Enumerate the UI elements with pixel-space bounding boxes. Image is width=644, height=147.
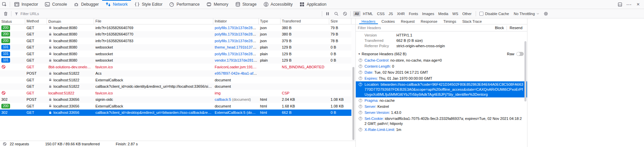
split-console-button[interactable]	[615, 2, 625, 7]
table-row[interactable]: 302POSTlocalhost:33656signin-oidccallbac…	[0, 96, 355, 103]
request-blocking-button[interactable]	[341, 10, 349, 18]
help-icon[interactable]	[358, 111, 362, 115]
initiator-link[interactable]: polyfills.1791b137de281b787…	[215, 52, 259, 56]
meatball-menu-button[interactable]: ⋯	[625, 1, 634, 8]
initiator-link[interactable]: polyfills.1791b137de281b787…	[215, 39, 259, 43]
detail-tab-cookies[interactable]: Cookies	[379, 18, 398, 24]
table-row[interactable]: 101GETlocalhost:8080websocketpolyfills.1…	[0, 51, 355, 57]
column-header-method[interactable]: Method	[25, 18, 47, 24]
close-devtools-button[interactable]: ✕	[634, 2, 643, 7]
tab-memory[interactable]: Memory	[203, 0, 231, 9]
response-header-row[interactable]: Cache-Control: no-store, no-cache, max-a…	[356, 57, 527, 63]
table-row[interactable]: GETlocalhost:51822ExternalCallbackdocume…	[0, 77, 355, 83]
help-icon[interactable]	[358, 98, 362, 102]
type-filter-xhr[interactable]: XHR	[395, 11, 406, 16]
tab-console[interactable]: Console	[41, 0, 70, 9]
response-header-row[interactable]: Pragma: no-cache	[356, 97, 527, 103]
tab-network[interactable]: Network	[102, 0, 131, 9]
help-icon[interactable]	[358, 82, 362, 86]
initiator-link[interactable]: FaviconLoader.jsm:191	[215, 65, 257, 69]
help-icon[interactable]	[358, 76, 362, 80]
response-header-row[interactable]: Set-Cookie: idsrv=adf6cba1-7075-402b-9ec…	[356, 116, 527, 127]
table-row[interactable]: 200GETlocalhost:33656ExternalCallbackdoc…	[0, 103, 355, 109]
filter-urls-input[interactable]: Filter URLs	[12, 10, 321, 18]
trash-icon	[3, 11, 8, 16]
column-header-initiator[interactable]: Initiator	[213, 18, 259, 24]
initiator-link[interactable]: e957f897-042e-4ba1-aff1-…	[215, 71, 259, 75]
column-header-file[interactable]: File	[94, 18, 213, 24]
resend-button[interactable]: Resend	[507, 26, 525, 30]
throttling-dropdown[interactable]: No Throttling	[511, 12, 542, 16]
table-row[interactable]: GET8bit-solutions-dev.onelogin…favicon.i…	[0, 64, 355, 70]
detail-tab-request[interactable]: Request	[398, 18, 418, 24]
tab-inspector[interactable]: Inspector	[11, 0, 41, 9]
table-row[interactable]: GETlocalhost:51822favicon.icoimgCSP	[0, 90, 355, 96]
response-header-row[interactable]: Server-Version: 1.43.0	[356, 109, 527, 116]
type-filter-fonts[interactable]: Fonts	[407, 11, 420, 16]
response-header-row[interactable]: Server: Kestrel	[356, 103, 527, 109]
type-filter-ws[interactable]: WS	[450, 11, 460, 16]
tab-performance[interactable]: Performance	[166, 0, 203, 9]
tab-style-editor[interactable]: Style Editor	[131, 0, 166, 9]
type-filter-js[interactable]: JS	[387, 11, 395, 16]
disable-cache-checkbox[interactable]: Disable Cache	[477, 12, 512, 16]
network-settings-button[interactable]	[542, 10, 550, 18]
help-icon[interactable]	[358, 58, 362, 62]
type-filter-html[interactable]: HTML	[361, 11, 375, 16]
raw-toggle[interactable]	[516, 52, 524, 56]
table-row[interactable]: 101GETlocalhost:8080websockettheme_head.…	[0, 44, 355, 51]
clear-requests-button[interactable]	[1, 10, 10, 18]
filter-headers-input[interactable]: Filter Headers	[358, 26, 492, 30]
scrollbar-thumb[interactable]	[524, 41, 526, 101]
initiator-link[interactable]: ExternalCallback:5	[215, 111, 246, 115]
initiator-link[interactable]: polyfills.1791b137de281b787…	[215, 32, 259, 36]
table-row[interactable]: 200GETlocalhost:8080info?t=1635826640770…	[0, 31, 355, 38]
table-row[interactable]: GETlocalhost:51822callback?client_id=oid…	[0, 83, 355, 90]
table-row[interactable]: POSTlocalhost:51822Acse957f897-042e-4ba1…	[0, 70, 355, 77]
column-header-type[interactable]: Type	[259, 18, 281, 24]
type-filter-other[interactable]: Other	[461, 11, 473, 16]
tab-application[interactable]: Application	[296, 0, 330, 9]
table-row[interactable]: 302GETlocalhost:33656callback?client_id=…	[0, 109, 355, 116]
table-row[interactable]: 200GETlocalhost:8080info?t=1635826640783…	[0, 38, 355, 44]
initiator-link[interactable]: theme_head.1791b137de281…	[215, 45, 259, 49]
table-row[interactable]: 200GETlocalhost:8080info?t=1635826640769…	[0, 24, 355, 31]
detail-tab-stack-trace[interactable]: Stack Trace	[459, 18, 485, 24]
scrollbar-thumb[interactable]	[352, 67, 354, 140]
pause-recording-button[interactable]	[323, 10, 332, 18]
column-header-transferred[interactable]: Transferred	[281, 18, 329, 24]
help-icon[interactable]	[358, 64, 362, 68]
search-button[interactable]	[332, 10, 341, 18]
response-headers-section-toggle[interactable]: ▾ Response Headers (662 B) Raw	[356, 51, 527, 57]
detail-tab-timings[interactable]: Timings	[440, 18, 459, 24]
help-icon[interactable]	[358, 70, 362, 74]
help-icon[interactable]	[358, 104, 362, 108]
tab-debugger[interactable]: Debugger	[70, 0, 102, 9]
detail-tab-headers[interactable]: Headers	[358, 18, 379, 24]
tab-accessibility[interactable]: Accessibility	[260, 0, 296, 9]
response-header-row[interactable]: X-Rate-Limit-Limit: 1m	[356, 127, 527, 133]
table-row[interactable]: 101GETlocalhost:8080websocketvendor.1791…	[0, 57, 355, 64]
element-picker-button[interactable]	[0, 0, 9, 9]
request-list-scrollbar[interactable]	[351, 24, 355, 141]
initiator-link[interactable]: polyfills.1791b137de281b787…	[215, 26, 259, 30]
type-filter-media[interactable]: Media	[436, 11, 450, 16]
initiator-link[interactable]: vendor.1791b137de281b787…	[215, 58, 259, 62]
column-header-domain[interactable]: Domain	[47, 18, 94, 24]
response-header-row[interactable]: Expires: Thu, 01 Jan 1970 00:00:00 GMT	[356, 75, 527, 81]
response-header-row[interactable]: Location: bitwarden://sso-callback?code=…	[356, 81, 527, 97]
column-header-status[interactable]: Status	[0, 18, 25, 24]
type-filter-all[interactable]: All	[353, 11, 360, 16]
help-icon[interactable]	[358, 128, 362, 132]
type-filter-images[interactable]: Images	[420, 11, 436, 16]
details-scrollbar[interactable]	[524, 32, 527, 147]
help-icon[interactable]	[358, 117, 362, 121]
tab-storage[interactable]: Storage	[232, 0, 260, 9]
detail-tab-response[interactable]: Response	[418, 18, 440, 24]
type-filter-css[interactable]: CSS	[375, 11, 386, 16]
block-url-button[interactable]: Block	[492, 26, 507, 30]
column-header-size[interactable]: Size	[329, 18, 351, 24]
response-header-row[interactable]: Content-Length: 0	[356, 63, 527, 69]
initiator-link[interactable]: callback:5	[215, 97, 231, 101]
response-header-row[interactable]: Date: Tue, 02 Nov 2021 04:17:21 GMT	[356, 69, 527, 75]
